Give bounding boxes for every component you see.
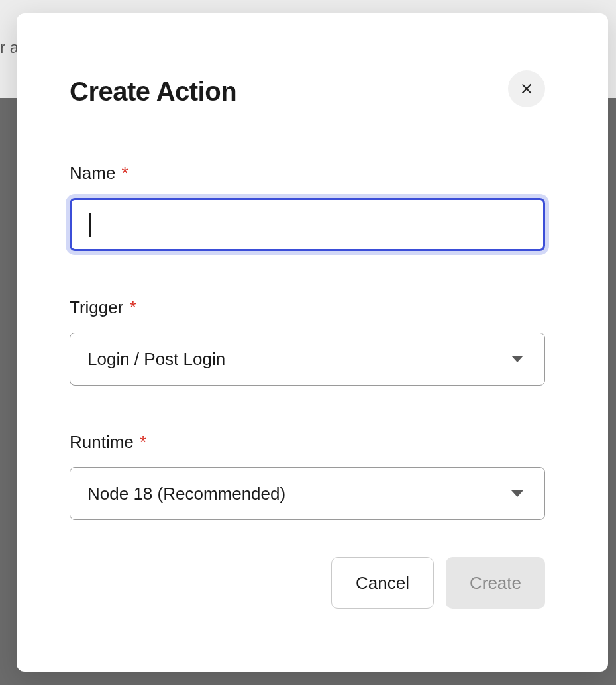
trigger-label-text: Trigger	[70, 297, 123, 317]
trigger-field-group: Trigger * Login / Post Login	[70, 297, 545, 386]
required-asterisk: *	[122, 163, 128, 183]
modal-footer: Cancel Create	[70, 557, 545, 609]
cancel-button[interactable]: Cancel	[331, 557, 434, 609]
required-asterisk: *	[140, 432, 146, 452]
create-action-modal: Create Action Name * Trigger * Login / P…	[17, 13, 608, 672]
trigger-label: Trigger *	[70, 297, 545, 318]
runtime-field-group: Runtime * Node 18 (Recommended)	[70, 432, 545, 520]
name-input-wrapper	[70, 198, 545, 251]
name-field-group: Name *	[70, 163, 545, 251]
close-button[interactable]	[508, 70, 545, 107]
chevron-down-icon	[511, 356, 523, 362]
create-button[interactable]: Create	[446, 557, 545, 609]
name-label: Name *	[70, 163, 545, 184]
runtime-select[interactable]: Node 18 (Recommended)	[70, 467, 545, 520]
modal-header: Create Action	[70, 73, 545, 110]
text-caret	[89, 213, 91, 237]
runtime-label-text: Runtime	[70, 432, 134, 452]
close-icon	[519, 81, 534, 96]
trigger-select-value: Login / Post Login	[87, 349, 511, 370]
background-partial-text: r a	[0, 38, 19, 57]
required-asterisk: *	[130, 297, 136, 317]
trigger-select[interactable]: Login / Post Login	[70, 333, 545, 386]
chevron-down-icon	[511, 490, 523, 497]
runtime-label: Runtime *	[70, 432, 545, 452]
name-label-text: Name	[70, 163, 115, 183]
modal-title: Create Action	[70, 77, 236, 107]
runtime-select-value: Node 18 (Recommended)	[87, 484, 511, 504]
name-input[interactable]	[70, 198, 545, 251]
